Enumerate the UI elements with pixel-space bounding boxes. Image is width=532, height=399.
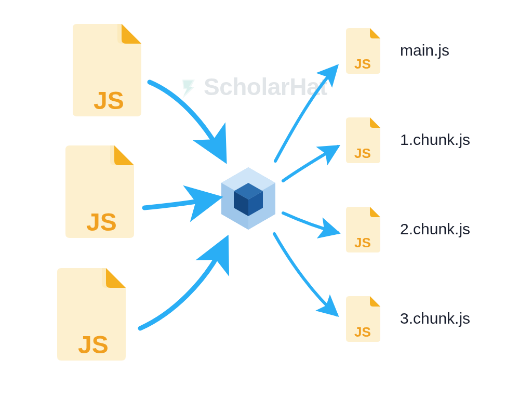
flow-arrows — [0, 0, 532, 399]
diagram-canvas: ScholarHat JS JS JS — [0, 0, 532, 399]
